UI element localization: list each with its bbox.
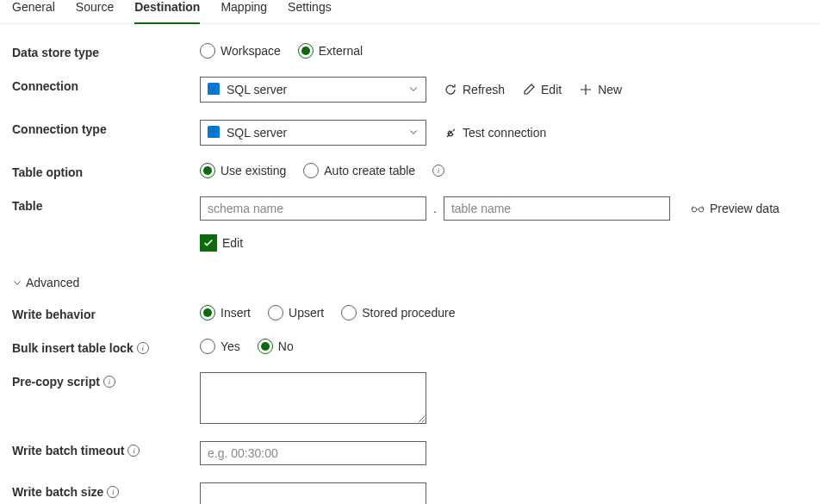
tab-destination[interactable]: Destination [134, 0, 200, 24]
table-input[interactable] [444, 196, 670, 221]
radio-insert[interactable]: Insert [200, 305, 251, 320]
refresh-button[interactable]: Refresh [444, 83, 505, 96]
tab-general[interactable]: General [12, 0, 55, 24]
radio-insert-label: Insert [221, 306, 251, 320]
sql-server-icon [208, 128, 220, 138]
info-icon[interactable]: i [432, 165, 444, 177]
tabs-bar: General Source Destination Mapping Setti… [0, 0, 820, 24]
label-batch-timeout: Write batch timeout i [12, 441, 200, 457]
schema-input[interactable] [200, 196, 426, 221]
radio-dot-icon [200, 43, 215, 59]
plus-icon [579, 83, 593, 96]
radio-external[interactable]: External [298, 43, 363, 59]
label-table: Table [12, 196, 200, 213]
test-connection-button[interactable]: Test connection [444, 126, 546, 140]
preview-data-label: Preview data [710, 202, 780, 215]
radio-auto-create[interactable]: Auto create table [303, 163, 415, 178]
info-icon[interactable]: i [137, 342, 149, 354]
tab-settings[interactable]: Settings [288, 0, 332, 24]
connection-type-select[interactable]: SQL server [200, 120, 426, 146]
connection-select-value: SQL server [227, 83, 287, 96]
radio-external-label: External [319, 44, 363, 58]
schema-table-separator: . [432, 202, 438, 215]
label-write-behavior: Write behavior [12, 305, 200, 321]
edit-connection-label: Edit [541, 83, 562, 96]
radio-dot-icon [303, 163, 319, 178]
refresh-icon [444, 83, 457, 96]
info-icon[interactable]: i [127, 445, 140, 457]
plug-icon [444, 126, 457, 140]
radio-lock-no[interactable]: No [258, 339, 294, 354]
radio-lock-yes[interactable]: Yes [200, 339, 240, 354]
sql-server-icon [208, 84, 220, 95]
batch-size-input[interactable] [200, 482, 426, 504]
radio-dot-icon [258, 339, 273, 354]
batch-timeout-input[interactable] [200, 441, 426, 465]
pre-copy-script-textarea[interactable] [200, 372, 426, 424]
radio-dot-icon [200, 305, 215, 320]
pencil-icon [522, 83, 536, 96]
connection-type-value: SQL server [227, 126, 287, 140]
radio-dot-icon [200, 339, 215, 354]
tab-source[interactable]: Source [76, 0, 114, 24]
check-icon [202, 237, 214, 249]
radio-sproc-label: Stored procedure [362, 306, 455, 320]
radio-dot-icon [268, 305, 283, 320]
new-connection-label: New [598, 83, 622, 96]
new-connection-button[interactable]: New [579, 83, 622, 96]
edit-table-checkbox[interactable] [200, 234, 217, 252]
svg-point-1 [699, 208, 703, 212]
radio-upsert[interactable]: Upsert [268, 305, 324, 320]
radio-yes-label: Yes [221, 339, 240, 353]
label-data-store-type: Data store type [12, 43, 200, 59]
radio-upsert-label: Upsert [289, 306, 324, 320]
radio-auto-create-label: Auto create table [324, 164, 415, 177]
radio-dot-icon [200, 163, 215, 178]
radio-dot-icon [341, 305, 357, 320]
radio-workspace-label: Workspace [221, 44, 281, 58]
svg-point-0 [692, 208, 696, 212]
edit-connection-button[interactable]: Edit [522, 83, 562, 96]
advanced-toggle[interactable]: Advanced [12, 276, 79, 289]
label-bulk-lock: Bulk insert table lock i [12, 339, 200, 355]
tab-mapping[interactable]: Mapping [221, 0, 267, 24]
edit-table-label: Edit [222, 236, 243, 250]
info-icon[interactable]: i [103, 376, 115, 388]
test-connection-label: Test connection [463, 126, 546, 140]
refresh-label: Refresh [463, 83, 505, 96]
label-table-option: Table option [12, 163, 200, 179]
preview-data-button[interactable]: Preview data [691, 202, 780, 215]
label-connection-type: Connection type [12, 120, 200, 136]
label-batch-size: Write batch size i [12, 482, 200, 499]
radio-use-existing-label: Use existing [221, 164, 286, 177]
radio-stored-procedure[interactable]: Stored procedure [341, 305, 455, 320]
glasses-icon [691, 202, 705, 215]
form-body: Data store type Workspace External Conne… [0, 24, 820, 269]
label-pre-copy: Pre-copy script i [12, 372, 200, 389]
connection-select[interactable]: SQL server [200, 77, 426, 103]
chevron-down-icon [408, 126, 419, 140]
radio-no-label: No [278, 339, 294, 353]
radio-dot-icon [298, 43, 314, 59]
label-connection: Connection [12, 77, 200, 93]
chevron-down-icon [12, 277, 22, 288]
info-icon[interactable]: i [107, 486, 119, 498]
advanced-label: Advanced [26, 276, 79, 289]
radio-use-existing[interactable]: Use existing [200, 163, 286, 178]
radio-workspace[interactable]: Workspace [200, 43, 281, 59]
chevron-down-icon [408, 83, 419, 96]
